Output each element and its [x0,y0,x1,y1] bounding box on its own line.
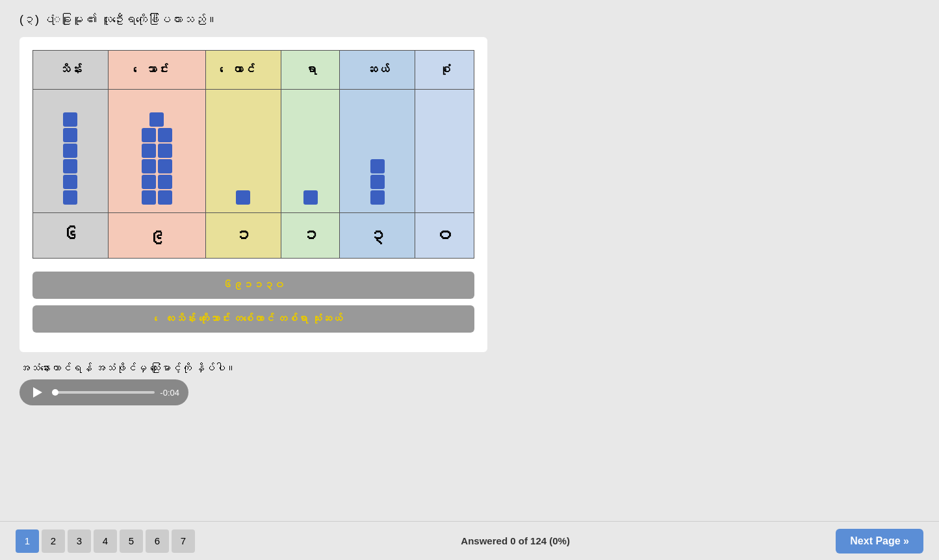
audio-player: -0:04 [19,379,188,405]
number-col-0: ၆ [33,213,109,259]
table-blocks-row [33,90,474,213]
question-title: (၃) ပံုခုးမြူ ၏ လူဦးရေကိုဖေါ်ပြထားသည်။ [19,13,487,27]
audio-dot [52,389,58,396]
number-col-3: ၁ [281,213,340,259]
audio-progress-bar[interactable] [52,391,155,394]
page-numbers: 1 2 3 4 5 6 7 [16,529,195,553]
page-btn-3[interactable]: 3 [68,529,91,553]
blocks-col-5 [415,90,474,213]
page-btn-1[interactable]: 1 [16,529,39,553]
number-col-2: ၁ [205,213,281,259]
play-icon [33,387,42,398]
audio-time: -0:04 [160,388,179,398]
page-btn-2[interactable]: 2 [42,529,65,553]
audio-section: အသံနားထောင်ရန် အသံဖိုင်မှ သုံးမြောင့်ကို… [19,363,487,405]
page-btn-6[interactable]: 6 [146,529,169,553]
header-col-4: ဆယ် [340,51,415,90]
header-col-5: စုံ [415,51,474,90]
blocks-col-1 [108,90,205,213]
number-col-4: ၃ [340,213,415,259]
data-table: သိန်း သောင်း ထောင် ရာ ဆယ် စုံ [32,50,474,259]
next-page-button[interactable]: Next Page » [836,529,923,554]
answer-button-0[interactable]: ၆၉၁၁၃၀ [32,272,474,299]
table-header-row: သိန်း သောင်း ထောင် ရာ ဆယ် စုံ [33,51,474,90]
play-button[interactable] [29,383,47,401]
page-btn-4[interactable]: 4 [94,529,117,553]
audio-label: အသံနားထောင်ရန် အသံဖိုင်မှ သုံးမြောင့်ကို… [19,363,487,374]
header-col-1: သောင်း [108,51,205,90]
bottom-bar: 1 2 3 4 5 6 7 Answered 0 of 124 (0%) Nex… [0,521,939,560]
table-numbers-row: ၆ ၉ ၁ ၁ ၃ ၀ [33,213,474,259]
blocks-col-3 [281,90,340,213]
blocks-col-2 [205,90,281,213]
header-col-3: ရာ [281,51,340,90]
header-col-0: သိန်း [33,51,109,90]
header-col-2: ထောင် [205,51,281,90]
number-col-5: ၀ [415,213,474,259]
blocks-col-4 [340,90,415,213]
page-btn-5[interactable]: 5 [120,529,143,553]
status-text: Answered 0 of 124 (0%) [461,535,570,546]
question-card: သိန်း သောင်း ထောင် ရာ ဆယ် စုံ [19,37,487,352]
blocks-col-0 [33,90,109,213]
page-btn-7[interactable]: 7 [172,529,195,553]
answer-button-1[interactable]: လေးသိန်း ကိုးသောင်း တစ်ထောင် တစ်ရာ သုံးဆ… [32,305,474,333]
number-col-1: ၉ [108,213,205,259]
